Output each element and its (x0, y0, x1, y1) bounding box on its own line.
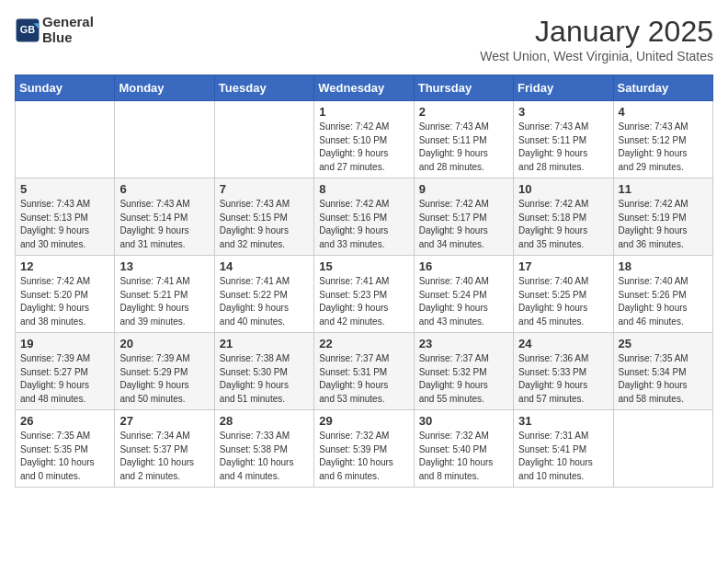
month-title: January 2025 (480, 15, 713, 49)
weekday-header: Friday (514, 75, 613, 101)
calendar-cell: 15Sunrise: 7:41 AM Sunset: 5:23 PM Dayli… (314, 256, 414, 333)
day-number: 14 (220, 259, 309, 273)
calendar-cell: 7Sunrise: 7:43 AM Sunset: 5:15 PM Daylig… (214, 178, 313, 256)
day-info: Sunrise: 7:40 AM Sunset: 5:24 PM Dayligh… (419, 275, 508, 328)
day-info: Sunrise: 7:31 AM Sunset: 5:41 PM Dayligh… (518, 430, 608, 483)
day-number: 11 (619, 182, 708, 196)
logo: GB General Blue (15, 15, 94, 45)
day-number: 24 (518, 337, 608, 350)
calendar-cell: 24Sunrise: 7:36 AM Sunset: 5:33 PM Dayli… (514, 333, 613, 410)
calendar-cell: 26Sunrise: 7:35 AM Sunset: 5:35 PM Dayli… (16, 410, 115, 488)
day-info: Sunrise: 7:42 AM Sunset: 5:19 PM Dayligh… (619, 198, 708, 251)
day-number: 22 (319, 337, 408, 350)
day-info: Sunrise: 7:33 AM Sunset: 5:38 PM Dayligh… (220, 430, 309, 483)
calendar-cell: 3Sunrise: 7:43 AM Sunset: 5:11 PM Daylig… (514, 101, 613, 178)
calendar-cell: 12Sunrise: 7:42 AM Sunset: 5:20 PM Dayli… (16, 256, 115, 333)
day-info: Sunrise: 7:35 AM Sunset: 5:35 PM Dayligh… (20, 430, 109, 483)
day-number: 6 (119, 182, 209, 196)
calendar-cell: 30Sunrise: 7:32 AM Sunset: 5:40 PM Dayli… (414, 410, 513, 488)
day-info: Sunrise: 7:37 AM Sunset: 5:31 PM Dayligh… (319, 352, 408, 406)
day-info: Sunrise: 7:43 AM Sunset: 5:12 PM Dayligh… (619, 121, 708, 174)
day-info: Sunrise: 7:34 AM Sunset: 5:37 PM Dayligh… (119, 430, 209, 483)
logo-text: General Blue (42, 15, 94, 45)
calendar-cell: 22Sunrise: 7:37 AM Sunset: 5:31 PM Dayli… (314, 333, 414, 410)
day-number: 7 (220, 182, 309, 196)
day-info: Sunrise: 7:41 AM Sunset: 5:23 PM Dayligh… (319, 275, 408, 328)
calendar-cell: 21Sunrise: 7:38 AM Sunset: 5:30 PM Dayli… (214, 333, 313, 410)
calendar-cell: 6Sunrise: 7:43 AM Sunset: 5:14 PM Daylig… (115, 178, 214, 256)
location: West Union, West Virginia, United States (480, 49, 713, 63)
day-number: 20 (119, 337, 209, 350)
logo-icon: GB (15, 17, 40, 43)
calendar-cell: 25Sunrise: 7:35 AM Sunset: 5:34 PM Dayli… (613, 333, 712, 410)
calendar-cell: 19Sunrise: 7:39 AM Sunset: 5:27 PM Dayli… (16, 333, 115, 410)
svg-text:GB: GB (20, 24, 35, 35)
day-info: Sunrise: 7:41 AM Sunset: 5:22 PM Dayligh… (220, 275, 309, 328)
calendar-cell: 8Sunrise: 7:42 AM Sunset: 5:16 PM Daylig… (314, 178, 414, 256)
calendar-cell (613, 410, 712, 488)
weekday-header: Saturday (613, 75, 712, 101)
calendar-week-row: 19Sunrise: 7:39 AM Sunset: 5:27 PM Dayli… (16, 333, 713, 410)
weekday-header: Wednesday (314, 75, 414, 101)
calendar-cell: 10Sunrise: 7:42 AM Sunset: 5:18 PM Dayli… (514, 178, 613, 256)
calendar-cell: 29Sunrise: 7:32 AM Sunset: 5:39 PM Dayli… (314, 410, 414, 488)
day-info: Sunrise: 7:38 AM Sunset: 5:30 PM Dayligh… (220, 352, 309, 406)
calendar-cell: 14Sunrise: 7:41 AM Sunset: 5:22 PM Dayli… (214, 256, 313, 333)
calendar-cell: 13Sunrise: 7:41 AM Sunset: 5:21 PM Dayli… (115, 256, 214, 333)
day-number: 15 (319, 259, 408, 273)
calendar-cell: 16Sunrise: 7:40 AM Sunset: 5:24 PM Dayli… (414, 256, 513, 333)
day-info: Sunrise: 7:42 AM Sunset: 5:17 PM Dayligh… (419, 198, 508, 251)
day-info: Sunrise: 7:39 AM Sunset: 5:29 PM Dayligh… (119, 352, 209, 406)
calendar-cell: 9Sunrise: 7:42 AM Sunset: 5:17 PM Daylig… (414, 178, 513, 256)
day-info: Sunrise: 7:36 AM Sunset: 5:33 PM Dayligh… (518, 352, 608, 406)
weekday-header-row: SundayMondayTuesdayWednesdayThursdayFrid… (16, 75, 713, 101)
calendar-week-row: 1Sunrise: 7:42 AM Sunset: 5:10 PM Daylig… (16, 101, 713, 178)
day-number: 19 (20, 337, 109, 350)
calendar-week-row: 5Sunrise: 7:43 AM Sunset: 5:13 PM Daylig… (16, 178, 713, 256)
day-info: Sunrise: 7:35 AM Sunset: 5:34 PM Dayligh… (619, 352, 708, 406)
day-number: 8 (319, 182, 408, 196)
day-number: 29 (319, 414, 408, 428)
calendar-week-row: 26Sunrise: 7:35 AM Sunset: 5:35 PM Dayli… (16, 410, 713, 488)
day-number: 4 (619, 105, 708, 119)
day-info: Sunrise: 7:40 AM Sunset: 5:25 PM Dayligh… (518, 275, 608, 328)
calendar-cell: 1Sunrise: 7:42 AM Sunset: 5:10 PM Daylig… (314, 101, 414, 178)
day-info: Sunrise: 7:43 AM Sunset: 5:14 PM Dayligh… (119, 198, 209, 251)
calendar-cell: 2Sunrise: 7:43 AM Sunset: 5:11 PM Daylig… (414, 101, 513, 178)
day-number: 10 (518, 182, 608, 196)
calendar-cell: 4Sunrise: 7:43 AM Sunset: 5:12 PM Daylig… (613, 101, 712, 178)
day-number: 25 (619, 337, 708, 350)
calendar-cell: 11Sunrise: 7:42 AM Sunset: 5:19 PM Dayli… (613, 178, 712, 256)
day-info: Sunrise: 7:43 AM Sunset: 5:13 PM Dayligh… (20, 198, 109, 251)
day-number: 16 (419, 259, 508, 273)
day-info: Sunrise: 7:32 AM Sunset: 5:40 PM Dayligh… (419, 430, 508, 483)
day-number: 9 (419, 182, 508, 196)
weekday-header: Thursday (414, 75, 513, 101)
day-number: 21 (220, 337, 309, 350)
day-info: Sunrise: 7:43 AM Sunset: 5:15 PM Dayligh… (220, 198, 309, 251)
day-info: Sunrise: 7:42 AM Sunset: 5:20 PM Dayligh… (20, 275, 109, 328)
day-number: 12 (20, 259, 109, 273)
day-info: Sunrise: 7:42 AM Sunset: 5:16 PM Dayligh… (319, 198, 408, 251)
calendar-cell (16, 101, 115, 178)
calendar-cell: 31Sunrise: 7:31 AM Sunset: 5:41 PM Dayli… (514, 410, 613, 488)
weekday-header: Tuesday (214, 75, 313, 101)
logo-line1: General (42, 15, 94, 30)
day-number: 26 (20, 414, 109, 428)
day-info: Sunrise: 7:37 AM Sunset: 5:32 PM Dayligh… (419, 352, 508, 406)
day-number: 23 (419, 337, 508, 350)
page-header: GB General Blue January 2025 West Union,… (15, 15, 713, 63)
calendar-week-row: 12Sunrise: 7:42 AM Sunset: 5:20 PM Dayli… (16, 256, 713, 333)
day-number: 18 (619, 259, 708, 273)
title-area: January 2025 West Union, West Virginia, … (480, 15, 713, 63)
day-info: Sunrise: 7:42 AM Sunset: 5:18 PM Dayligh… (518, 198, 608, 251)
day-number: 28 (220, 414, 309, 428)
day-number: 3 (518, 105, 608, 119)
day-number: 31 (518, 414, 608, 428)
calendar-cell (214, 101, 313, 178)
day-number: 2 (419, 105, 508, 119)
weekday-header: Sunday (16, 75, 115, 101)
calendar-cell: 17Sunrise: 7:40 AM Sunset: 5:25 PM Dayli… (514, 256, 613, 333)
calendar-cell: 5Sunrise: 7:43 AM Sunset: 5:13 PM Daylig… (16, 178, 115, 256)
day-number: 27 (119, 414, 209, 428)
